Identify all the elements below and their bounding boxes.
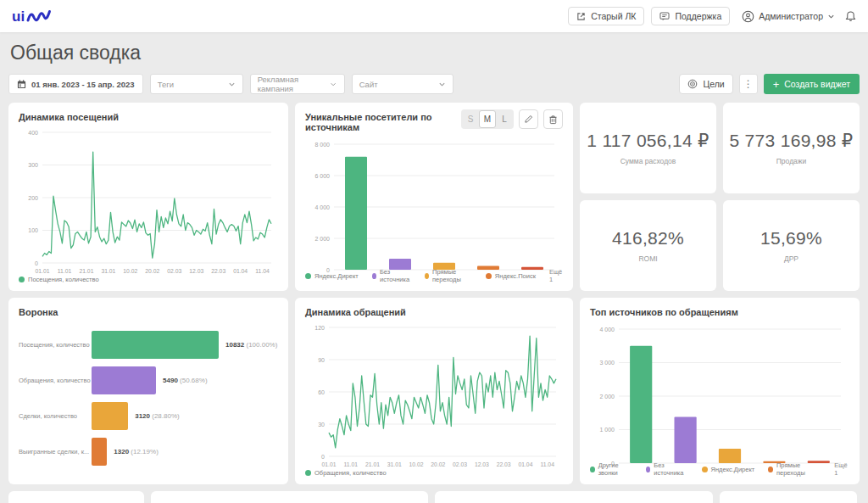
legend-label: Прямые переходы xyxy=(776,461,821,477)
svg-text:11.01: 11.01 xyxy=(58,268,72,274)
stat-value: 5 773 169,98 ₽ xyxy=(729,131,853,151)
svg-text:11.04: 11.04 xyxy=(255,268,270,274)
size-m-button[interactable]: M xyxy=(479,110,496,128)
widget-requests-dynamics: Динамика обращений 030609012001.0111.012… xyxy=(295,298,573,484)
create-widget-button[interactable]: + Создать виджет xyxy=(764,74,860,94)
funnel-row-label: Посещения, количество xyxy=(19,341,92,349)
svg-text:200: 200 xyxy=(28,195,38,201)
chart-legend: Другие звонкиБез источникаЯндекс.ДиректП… xyxy=(590,461,849,477)
legend-dot xyxy=(768,467,773,472)
legend-dot xyxy=(425,273,429,279)
svg-text:10.02: 10.02 xyxy=(123,268,137,274)
legend-item[interactable]: Без источника xyxy=(372,268,411,283)
legend-label: Посещения, количество xyxy=(28,276,99,283)
campaign-select[interactable]: Рекламная кампания xyxy=(250,74,345,94)
legend-dot xyxy=(486,273,492,279)
funnel-percent: (50.68%) xyxy=(180,377,207,384)
legend-item[interactable]: Прямые переходы xyxy=(768,461,821,477)
widget-title: Топ источников по обращениям xyxy=(590,307,849,317)
widget-title: Динамика обращений xyxy=(305,307,563,317)
legend-item[interactable]: Без источника xyxy=(646,461,688,477)
chevron-down-icon xyxy=(827,13,835,20)
kebab-icon: ⋮ xyxy=(743,78,754,90)
svg-text:4 000: 4 000 xyxy=(314,204,330,210)
legend-label: Без источника xyxy=(654,461,687,477)
legend-item[interactable]: Другие звонки xyxy=(590,461,632,477)
uis-logo[interactable]: ui xyxy=(12,6,56,26)
more-sources-label: Ещё 1 xyxy=(834,461,849,477)
stat-card-expenses: 1 117 056,14 ₽ Сумма расходов xyxy=(580,103,716,193)
create-widget-label: Создать виджет xyxy=(784,79,850,89)
chevron-down-icon xyxy=(228,81,236,88)
funnel-value: 5490 (50.68%) xyxy=(163,377,208,384)
svg-text:120: 120 xyxy=(314,325,325,331)
svg-text:400: 400 xyxy=(28,130,38,136)
svg-text:90: 90 xyxy=(318,357,325,363)
legend-item[interactable]: Яндекс.Поиск xyxy=(486,272,536,280)
dashboard-menu-button[interactable]: ⋮ xyxy=(739,74,758,94)
funnel-value: 10832 (100.00%) xyxy=(225,341,277,349)
stat-card-romi: 416,82% ROMI xyxy=(580,200,716,291)
legend-item[interactable]: Посещения, количество xyxy=(19,276,99,283)
user-menu[interactable]: Администратор xyxy=(742,10,835,23)
tags-select[interactable]: Теги xyxy=(150,74,243,94)
svg-text:01.04: 01.04 xyxy=(518,461,532,467)
size-segmented-control: S M L xyxy=(461,109,514,129)
legend-item[interactable]: Яндекс.Директ xyxy=(305,272,359,280)
chart-legend: Посещения, количество xyxy=(19,276,278,283)
edit-widget-button[interactable] xyxy=(519,109,538,129)
svg-text:3 000: 3 000 xyxy=(599,360,615,366)
svg-text:20.02: 20.02 xyxy=(145,268,159,274)
goals-button[interactable]: Цели xyxy=(679,74,732,94)
size-s-button[interactable]: S xyxy=(462,110,479,128)
page-title: Общая сводка xyxy=(10,40,858,65)
partial-widget-card xyxy=(720,491,857,503)
funnel-row: Обращения, количество5490 (50.68%) xyxy=(19,366,278,394)
stat-label: ДРР xyxy=(784,254,798,263)
funnel-percent: (28.80%) xyxy=(152,412,179,420)
widget-title: Уникальные посетители по источникам xyxy=(305,112,461,132)
funnel-row: Выигранные сделки, к...1320 (12.19%) xyxy=(19,438,278,466)
svg-text:21.01: 21.01 xyxy=(79,268,93,274)
tags-placeholder: Теги xyxy=(158,80,174,89)
chart-legend: Обращения, количество xyxy=(305,469,563,477)
bell-icon xyxy=(845,10,856,22)
svg-text:2 000: 2 000 xyxy=(599,394,615,400)
support-button[interactable]: Поддержка xyxy=(651,7,730,25)
svg-text:2 000: 2 000 xyxy=(314,236,330,242)
site-placeholder: Сайт xyxy=(359,80,378,89)
legend-item[interactable]: Обращения, количество xyxy=(305,469,387,477)
legend-label: Яндекс.Директ xyxy=(711,466,755,473)
widget-funnel: Воронка Посещения, количество10832 (100.… xyxy=(8,298,288,484)
top-header: ui Старый ЛК Поддержка Администратор xyxy=(0,0,868,32)
date-range-picker[interactable]: 01 янв. 2023 - 15 апр. 2023 xyxy=(8,74,143,94)
svg-text:02.03: 02.03 xyxy=(453,461,467,467)
target-icon xyxy=(687,79,698,89)
plus-icon: + xyxy=(773,79,780,90)
size-l-button[interactable]: L xyxy=(496,110,513,128)
widget-controls: S M L xyxy=(461,109,563,129)
user-label: Администратор xyxy=(759,11,823,21)
svg-text:4 000: 4 000 xyxy=(599,327,615,333)
svg-text:11.01: 11.01 xyxy=(344,461,359,467)
pencil-icon xyxy=(524,115,533,124)
legend-dot xyxy=(702,467,708,472)
notifications-bell-button[interactable] xyxy=(845,10,856,22)
delete-widget-button[interactable] xyxy=(543,109,563,129)
stat-value: 416,82% xyxy=(612,228,684,249)
svg-text:01.04: 01.04 xyxy=(233,268,248,274)
stat-label: Продажи xyxy=(776,157,807,165)
svg-text:ui: ui xyxy=(12,8,25,25)
legend-item[interactable]: Прямые переходы xyxy=(425,268,472,283)
svg-text:31.01: 31.01 xyxy=(101,268,115,274)
svg-text:0: 0 xyxy=(321,454,325,460)
funnel-row-label: Выигранные сделки, к... xyxy=(19,448,92,455)
svg-text:22.03: 22.03 xyxy=(497,461,511,467)
old-lk-label: Старый ЛК xyxy=(591,11,636,21)
legend-item[interactable]: Яндекс.Директ xyxy=(702,466,755,473)
svg-text:8 000: 8 000 xyxy=(314,142,330,148)
stat-label: ROMI xyxy=(638,254,657,263)
unique-visitors-bar-chart: 02 0004 0006 0008 000 xyxy=(305,136,563,261)
old-lk-button[interactable]: Старый ЛК xyxy=(568,7,644,25)
site-select[interactable]: Сайт xyxy=(352,74,453,94)
